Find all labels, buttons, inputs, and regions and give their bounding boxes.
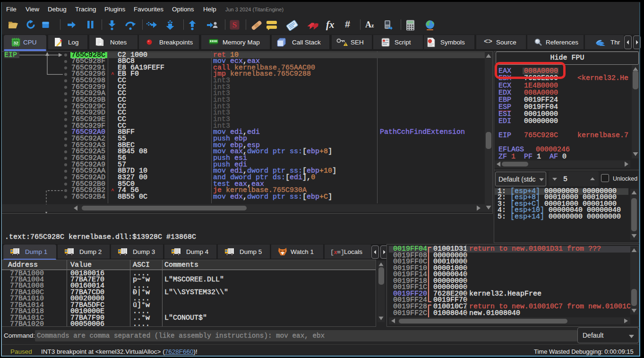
- svg-text:!: !: [345, 43, 346, 46]
- svg-text:32: 32: [13, 40, 18, 45]
- svg-text:S: S: [232, 20, 237, 29]
